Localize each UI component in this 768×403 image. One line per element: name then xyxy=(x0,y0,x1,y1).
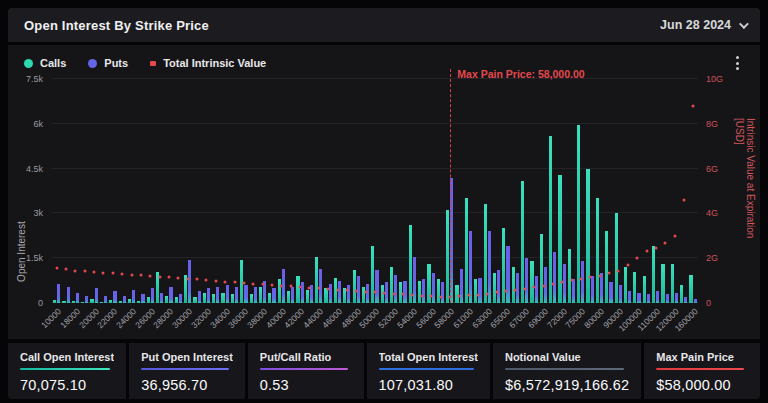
call-bar[interactable] xyxy=(418,281,421,303)
put-bar[interactable] xyxy=(619,285,622,303)
call-bar[interactable] xyxy=(530,261,533,303)
intrinsic-value-dot[interactable] xyxy=(654,247,657,250)
intrinsic-value-dot[interactable] xyxy=(242,281,245,284)
intrinsic-value-dot[interactable] xyxy=(523,287,526,290)
intrinsic-value-dot[interactable] xyxy=(458,295,461,298)
put-bar[interactable] xyxy=(123,296,126,303)
put-bar[interactable] xyxy=(244,285,247,303)
intrinsic-value-dot[interactable] xyxy=(177,277,180,280)
intrinsic-value-dot[interactable] xyxy=(355,289,358,292)
call-bar[interactable] xyxy=(353,270,356,303)
intrinsic-value-dot[interactable] xyxy=(102,271,105,274)
put-bar[interactable] xyxy=(394,275,397,303)
put-bar[interactable] xyxy=(272,288,275,303)
call-bar[interactable] xyxy=(212,294,215,303)
call-bar[interactable] xyxy=(689,275,692,303)
call-bar[interactable] xyxy=(549,136,552,303)
intrinsic-value-dot[interactable] xyxy=(168,276,171,279)
intrinsic-value-dot[interactable] xyxy=(233,281,236,284)
put-bar[interactable] xyxy=(609,282,612,303)
intrinsic-value-dot[interactable] xyxy=(261,283,264,286)
intrinsic-value-dot[interactable] xyxy=(130,273,133,276)
intrinsic-value-dot[interactable] xyxy=(336,288,339,291)
intrinsic-value-dot[interactable] xyxy=(636,257,639,260)
call-bar[interactable] xyxy=(484,204,487,303)
put-bar[interactable] xyxy=(226,285,229,303)
call-bar[interactable] xyxy=(624,267,627,303)
intrinsic-value-dot[interactable] xyxy=(467,294,470,297)
call-bar[interactable] xyxy=(362,287,365,303)
intrinsic-value-dot[interactable] xyxy=(664,241,667,244)
put-bar[interactable] xyxy=(469,231,472,303)
put-bar[interactable] xyxy=(104,296,107,303)
intrinsic-value-dot[interactable] xyxy=(542,284,545,287)
intrinsic-value-dot[interactable] xyxy=(692,104,695,107)
legend-item-puts[interactable]: Puts xyxy=(88,57,128,69)
intrinsic-value-dot[interactable] xyxy=(364,290,367,293)
intrinsic-value-dot[interactable] xyxy=(186,277,189,280)
put-bar[interactable] xyxy=(403,281,406,303)
put-bar[interactable] xyxy=(254,287,257,303)
call-bar[interactable] xyxy=(446,210,449,303)
intrinsic-value-dot[interactable] xyxy=(514,289,517,292)
put-bar[interactable] xyxy=(291,287,294,303)
put-bar[interactable] xyxy=(656,291,659,303)
put-bar[interactable] xyxy=(506,246,509,303)
intrinsic-value-dot[interactable] xyxy=(214,279,217,282)
put-bar[interactable] xyxy=(422,279,425,303)
call-bar[interactable] xyxy=(268,293,271,303)
call-bar[interactable] xyxy=(493,273,496,303)
intrinsic-value-dot[interactable] xyxy=(383,291,386,294)
call-bar[interactable] xyxy=(250,294,253,303)
put-bar[interactable] xyxy=(460,269,463,303)
intrinsic-value-dot[interactable] xyxy=(280,284,283,287)
put-bar[interactable] xyxy=(347,285,350,303)
intrinsic-value-dot[interactable] xyxy=(579,277,582,280)
put-bar[interactable] xyxy=(216,287,219,303)
intrinsic-value-dot[interactable] xyxy=(645,250,648,253)
legend-item-total-intrinsic-value[interactable]: Total Intrinsic Value xyxy=(150,57,266,69)
call-bar[interactable] xyxy=(278,279,281,303)
intrinsic-value-dot[interactable] xyxy=(533,286,536,289)
intrinsic-value-dot[interactable] xyxy=(682,198,685,201)
call-bar[interactable] xyxy=(259,287,262,303)
call-bar[interactable] xyxy=(540,234,543,303)
put-bar[interactable] xyxy=(319,269,322,303)
call-bar[interactable] xyxy=(643,276,646,303)
put-bar[interactable] xyxy=(366,284,369,303)
put-bar[interactable] xyxy=(581,261,584,303)
intrinsic-value-dot[interactable] xyxy=(196,278,199,281)
intrinsic-value-dot[interactable] xyxy=(430,295,433,298)
intrinsic-value-dot[interactable] xyxy=(561,280,564,283)
intrinsic-value-dot[interactable] xyxy=(111,272,114,275)
call-bar[interactable] xyxy=(661,264,664,303)
call-bar[interactable] xyxy=(586,169,589,303)
call-bar[interactable] xyxy=(231,294,234,303)
intrinsic-value-dot[interactable] xyxy=(345,289,348,292)
intrinsic-value-dot[interactable] xyxy=(626,263,629,266)
call-bar[interactable] xyxy=(221,293,224,303)
intrinsic-value-dot[interactable] xyxy=(589,276,592,279)
put-bar[interactable] xyxy=(647,294,650,303)
intrinsic-value-dot[interactable] xyxy=(74,269,77,272)
intrinsic-value-dot[interactable] xyxy=(551,282,554,285)
call-bar[interactable] xyxy=(165,296,168,303)
put-bar[interactable] xyxy=(160,293,163,303)
put-bar[interactable] xyxy=(591,276,594,303)
intrinsic-value-dot[interactable] xyxy=(149,275,152,278)
intrinsic-value-dot[interactable] xyxy=(205,279,208,282)
call-bar[interactable] xyxy=(474,279,477,303)
call-bar[interactable] xyxy=(633,272,636,303)
put-bar[interactable] xyxy=(497,270,500,303)
put-bar[interactable] xyxy=(553,252,556,303)
call-bar[interactable] xyxy=(680,285,683,303)
put-bar[interactable] xyxy=(563,264,566,303)
put-bar[interactable] xyxy=(57,284,60,303)
intrinsic-value-dot[interactable] xyxy=(495,291,498,294)
call-bar[interactable] xyxy=(671,264,674,303)
call-bar[interactable] xyxy=(315,257,318,303)
call-bar[interactable] xyxy=(465,198,468,303)
put-bar[interactable] xyxy=(235,287,238,303)
put-bar[interactable] xyxy=(141,294,144,303)
put-bar[interactable] xyxy=(169,287,172,303)
